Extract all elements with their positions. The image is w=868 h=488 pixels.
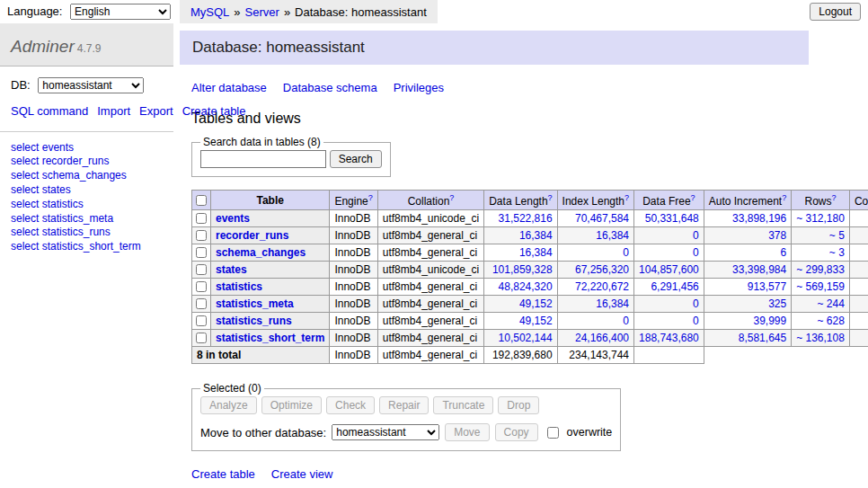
logout-button[interactable]: Logout bbox=[810, 3, 861, 21]
data-free-link-statistics[interactable]: 6,291,456 bbox=[651, 280, 698, 293]
table-name-link-statistics[interactable]: statistics bbox=[216, 280, 262, 293]
rows-link-states[interactable]: ~ 299,833 bbox=[796, 263, 845, 276]
copy-button[interactable]: Copy bbox=[495, 423, 538, 441]
table-name-link-statistics-meta[interactable]: statistics_meta bbox=[216, 297, 294, 310]
table-link-statistics-short-term[interactable]: statistics_short_term bbox=[42, 240, 141, 253]
search-button[interactable]: Search bbox=[330, 150, 382, 168]
optimize-button[interactable]: Optimize bbox=[261, 396, 322, 414]
data-length-link-statistics-meta[interactable]: 49,152 bbox=[519, 297, 553, 310]
help-link-engine[interactable]: ? bbox=[368, 193, 373, 202]
row-checkbox-states[interactable] bbox=[196, 264, 207, 275]
auto-increment-link-statistics-short-term[interactable]: 8,581,645 bbox=[739, 332, 786, 344]
help-link-index-length[interactable]: ? bbox=[624, 193, 629, 202]
auto-increment-link-events[interactable]: 33,898,196 bbox=[732, 212, 786, 225]
data-free-link-statistics-runs[interactable]: 0 bbox=[693, 315, 699, 327]
select-link-states[interactable]: select bbox=[11, 183, 39, 196]
menu-link-import[interactable]: Import bbox=[97, 104, 130, 118]
search-input[interactable] bbox=[200, 150, 326, 168]
auto-increment-link-recorder-runs[interactable]: 378 bbox=[768, 229, 786, 242]
db-select[interactable]: homeassistant bbox=[38, 77, 144, 93]
repair-button[interactable]: Repair bbox=[379, 396, 429, 414]
help-link-rows[interactable]: ? bbox=[832, 193, 837, 202]
table-name-link-statistics-short-term[interactable]: statistics_short_term bbox=[216, 332, 324, 344]
data-length-link-statistics-runs[interactable]: 49,152 bbox=[519, 315, 553, 327]
help-link-data-length[interactable]: ? bbox=[548, 193, 553, 202]
data-length-link-recorder-runs[interactable]: 16,384 bbox=[519, 229, 553, 242]
breadcrumb-link-server[interactable]: Server bbox=[245, 5, 279, 19]
rows-link-statistics-runs[interactable]: ~ 628 bbox=[818, 315, 845, 327]
breadcrumb-link-mysql[interactable]: MySQL bbox=[190, 5, 229, 19]
table-link-schema-changes[interactable]: schema_changes bbox=[42, 169, 127, 182]
select-link-schema-changes[interactable]: select bbox=[11, 169, 39, 182]
action-link-database-schema[interactable]: Database schema bbox=[283, 81, 377, 94]
truncate-button[interactable]: Truncate bbox=[433, 396, 493, 414]
select-link-statistics[interactable]: select bbox=[11, 198, 39, 210]
rows-link-schema-changes[interactable]: ~ 3 bbox=[829, 246, 845, 259]
table-link-events[interactable]: events bbox=[42, 141, 74, 154]
rows-link-statistics-meta[interactable]: ~ 244 bbox=[818, 297, 845, 310]
action-link-alter-database[interactable]: Alter database bbox=[191, 81, 267, 94]
table-name-link-statistics-runs[interactable]: statistics_runs bbox=[216, 315, 292, 327]
table-name-link-events[interactable]: events bbox=[216, 212, 250, 225]
rows-link-recorder-runs[interactable]: ~ 5 bbox=[829, 229, 845, 242]
index-length-link-states[interactable]: 67,256,320 bbox=[575, 263, 629, 276]
data-free-link-recorder-runs[interactable]: 0 bbox=[693, 229, 699, 242]
help-link-collation[interactable]: ? bbox=[449, 193, 454, 202]
analyze-button[interactable]: Analyze bbox=[200, 396, 257, 414]
select-link-statistics-short-term[interactable]: select bbox=[11, 240, 39, 253]
create-link-create-view[interactable]: Create view bbox=[271, 467, 333, 481]
table-link-statistics[interactable]: statistics bbox=[42, 198, 84, 210]
help-link-data-free[interactable]: ? bbox=[691, 193, 695, 202]
data-length-link-states[interactable]: 101,859,328 bbox=[492, 263, 553, 276]
data-free-link-statistics-short-term[interactable]: 188,743,680 bbox=[639, 332, 699, 344]
help-link-auto-increment[interactable]: ? bbox=[782, 193, 786, 202]
auto-increment-link-statistics-runs[interactable]: 39,999 bbox=[753, 315, 786, 327]
select-link-statistics-runs[interactable]: select bbox=[11, 226, 39, 238]
data-free-link-statistics-meta[interactable]: 0 bbox=[693, 297, 699, 310]
table-link-statistics-runs[interactable]: statistics_runs bbox=[42, 226, 111, 238]
row-checkbox-statistics-meta[interactable] bbox=[196, 298, 207, 309]
menu-link-export[interactable]: Export bbox=[139, 104, 173, 118]
action-link-privileges[interactable]: Privileges bbox=[394, 81, 444, 94]
overwrite-checkbox[interactable] bbox=[547, 427, 559, 439]
row-checkbox-statistics[interactable] bbox=[196, 281, 207, 292]
table-name-link-states[interactable]: states bbox=[216, 263, 247, 276]
row-checkbox-schema-changes[interactable] bbox=[196, 247, 207, 258]
index-length-link-schema-changes[interactable]: 0 bbox=[623, 246, 629, 259]
language-select[interactable]: English bbox=[70, 4, 171, 20]
rows-link-statistics[interactable]: ~ 569,159 bbox=[796, 280, 845, 293]
index-length-link-statistics-short-term[interactable]: 24,166,400 bbox=[575, 332, 629, 344]
select-all-checkbox[interactable] bbox=[196, 195, 207, 206]
table-name-link-recorder-runs[interactable]: recorder_runs bbox=[216, 229, 288, 242]
select-link-statistics-meta[interactable]: select bbox=[11, 212, 39, 225]
row-checkbox-recorder-runs[interactable] bbox=[196, 230, 207, 241]
table-link-recorder-runs[interactable]: recorder_runs bbox=[42, 155, 110, 167]
index-length-link-events[interactable]: 70,467,584 bbox=[575, 212, 629, 225]
index-length-link-statistics[interactable]: 72,220,672 bbox=[575, 280, 629, 293]
auto-increment-link-statistics[interactable]: 913,577 bbox=[748, 280, 786, 293]
row-checkbox-statistics-runs[interactable] bbox=[196, 315, 207, 326]
rows-link-statistics-short-term[interactable]: ~ 136,108 bbox=[796, 332, 845, 344]
table-name-link-schema-changes[interactable]: schema_changes bbox=[216, 246, 306, 259]
data-free-link-events[interactable]: 50,331,648 bbox=[645, 212, 699, 225]
data-length-link-events[interactable]: 31,522,816 bbox=[499, 212, 553, 225]
row-checkbox-events[interactable] bbox=[196, 213, 207, 224]
select-link-events[interactable]: select bbox=[11, 141, 39, 154]
select-link-recorder-runs[interactable]: select bbox=[11, 155, 39, 167]
rows-link-events[interactable]: ~ 312,180 bbox=[796, 212, 845, 225]
check-button[interactable]: Check bbox=[326, 396, 375, 414]
auto-increment-link-states[interactable]: 33,398,984 bbox=[732, 263, 786, 276]
auto-increment-link-schema-changes[interactable]: 6 bbox=[780, 246, 786, 259]
move-button[interactable]: Move bbox=[445, 423, 489, 441]
data-length-link-statistics-short-term[interactable]: 10,502,144 bbox=[499, 332, 553, 344]
data-free-link-states[interactable]: 104,857,600 bbox=[639, 263, 699, 276]
index-length-link-statistics-meta[interactable]: 16,384 bbox=[596, 297, 629, 310]
row-checkbox-statistics-short-term[interactable] bbox=[196, 333, 207, 343]
menu-link-create-table[interactable]: Create table bbox=[182, 104, 246, 118]
data-length-link-schema-changes[interactable]: 16,384 bbox=[519, 246, 553, 259]
data-free-link-schema-changes[interactable]: 0 bbox=[693, 246, 699, 259]
table-link-states[interactable]: states bbox=[42, 183, 71, 196]
auto-increment-link-statistics-meta[interactable]: 325 bbox=[768, 297, 786, 310]
table-link-statistics-meta[interactable]: statistics_meta bbox=[42, 212, 113, 225]
index-length-link-statistics-runs[interactable]: 0 bbox=[623, 315, 629, 327]
